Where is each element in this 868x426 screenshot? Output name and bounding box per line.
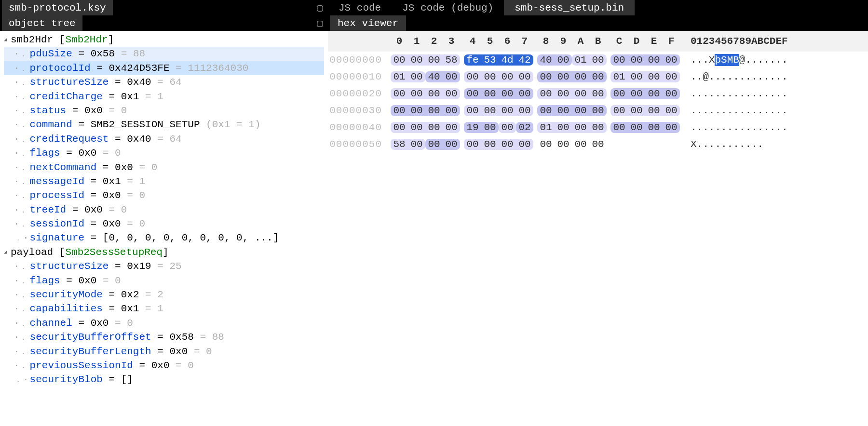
hex-byte[interactable]: 00 <box>589 71 607 82</box>
tab-object-tree[interactable]: object tree <box>2 15 82 31</box>
hex-row[interactable]: 0000001001004000000000000000000001000000… <box>328 68 868 85</box>
hex-byte[interactable]: 00 <box>537 105 555 116</box>
hex-byte[interactable]: 00 <box>645 88 663 99</box>
hex-byte[interactable]: 00 <box>443 122 460 133</box>
hex-byte[interactable]: 00 <box>537 139 555 150</box>
hex-byte[interactable]: 40 <box>425 71 443 82</box>
hex-byte[interactable]: 00 <box>481 139 499 150</box>
hex-byte[interactable]: 01 <box>572 54 589 66</box>
hex-byte[interactable]: 00 <box>589 122 607 133</box>
hex-byte[interactable]: 01 <box>610 71 628 82</box>
hex-byte[interactable]: 00 <box>589 54 607 66</box>
ascii-column[interactable]: X........... <box>691 139 763 150</box>
hex-byte[interactable]: 00 <box>425 105 443 116</box>
hex-byte[interactable]: 00 <box>408 139 425 150</box>
hex-byte[interactable]: 00 <box>663 71 680 82</box>
hex-byte[interactable]: 00 <box>516 71 533 82</box>
hex-byte[interactable] <box>663 139 680 150</box>
tree-row[interactable]: ·﹒pduSize = 0x58 = 88 <box>4 47 324 61</box>
hex-byte[interactable]: 00 <box>408 105 425 116</box>
hex-byte[interactable]: 00 <box>628 122 645 133</box>
hex-byte[interactable]: 00 <box>537 71 555 82</box>
hex-byte[interactable]: 00 <box>425 139 443 150</box>
hex-byte[interactable]: 00 <box>663 88 680 99</box>
hex-byte[interactable]: 00 <box>645 122 663 133</box>
tree-row[interactable]: ·﹒protocolId = 0x424D53FE = 1112364030 <box>4 61 324 75</box>
hex-byte[interactable]: 00 <box>610 88 628 99</box>
tab-maximize-icon[interactable]: ▢ <box>312 17 328 29</box>
hex-byte[interactable]: 00 <box>443 139 460 150</box>
hex-byte[interactable]: 00 <box>555 54 572 66</box>
hex-byte[interactable]: 00 <box>391 122 408 133</box>
tree-row[interactable]: ◢payload [Smb2SessSetupReq] <box>4 245 324 259</box>
hex-byte[interactable]: 00 <box>663 54 680 66</box>
hex-byte[interactable]: 00 <box>499 139 516 150</box>
hex-byte[interactable]: 58 <box>443 54 460 66</box>
hex-byte[interactable]: 00 <box>481 105 499 116</box>
hex-byte[interactable]: 00 <box>628 71 645 82</box>
hex-byte[interactable]: 00 <box>589 88 607 99</box>
hex-row[interactable]: 00000050580000000000000000000000X.......… <box>328 136 868 153</box>
tree-row[interactable]: ·﹒securityBufferOffset = 0x58 = 88 <box>4 330 324 344</box>
hex-byte[interactable]: 00 <box>464 105 481 116</box>
hex-byte[interactable]: 00 <box>628 105 645 116</box>
tree-row[interactable]: ·﹒flags = 0x0 = 0 <box>4 146 324 160</box>
hex-byte[interactable]: 01 <box>537 122 555 133</box>
tree-row[interactable]: ·﹒sessionId = 0x0 = 0 <box>4 217 324 231</box>
hex-byte[interactable]: 00 <box>464 88 481 99</box>
hex-byte[interactable]: 00 <box>572 122 589 133</box>
ascii-column[interactable]: ...XþSMB@....... <box>691 54 788 66</box>
hex-byte[interactable]: 00 <box>572 105 589 116</box>
hex-byte[interactable]: 00 <box>408 122 425 133</box>
tree-row[interactable]: ﹒·securityBlob = [] <box>4 373 324 386</box>
hex-byte[interactable]: 00 <box>425 54 443 66</box>
hex-byte[interactable]: 00 <box>499 88 516 99</box>
hex-byte[interactable] <box>610 139 628 150</box>
tree-row[interactable]: ·﹒structureSize = 0x40 = 64 <box>4 75 324 89</box>
tree-row[interactable]: ·﹒nextCommand = 0x0 = 0 <box>4 160 324 174</box>
tree-row[interactable]: ·﹒capabilities = 0x1 = 1 <box>4 302 324 316</box>
tab-js-code[interactable]: JS code <box>328 0 392 15</box>
tree-row[interactable]: ·﹒status = 0x0 = 0 <box>4 104 324 118</box>
hex-byte[interactable]: 00 <box>555 105 572 116</box>
tree-row[interactable]: ·﹒treeId = 0x0 = 0 <box>4 203 324 217</box>
hex-byte[interactable]: 4d <box>499 54 516 66</box>
tree-row[interactable]: ·﹒previousSessionId = 0x0 = 0 <box>4 359 324 373</box>
tree-row[interactable]: ·﹒processId = 0x0 = 0 <box>4 188 324 202</box>
hex-row[interactable]: 0000002000000000000000000000000000000000… <box>328 85 868 102</box>
hex-byte[interactable]: 00 <box>628 88 645 99</box>
ascii-column[interactable]: ................ <box>691 105 788 116</box>
tree-row[interactable]: ·﹒securityBufferLength = 0x0 = 0 <box>4 345 324 359</box>
hex-byte[interactable]: 00 <box>572 71 589 82</box>
hex-byte[interactable]: 00 <box>391 105 408 116</box>
tab-smb-sess-setup-bin[interactable]: smb-sess_setup.bin <box>504 0 635 15</box>
hex-row[interactable]: 0000003000000000000000000000000000000000… <box>328 102 868 119</box>
hex-byte[interactable]: 00 <box>628 54 645 66</box>
hex-byte[interactable]: 00 <box>572 88 589 99</box>
hex-byte[interactable]: 00 <box>645 105 663 116</box>
hex-byte[interactable]: 00 <box>537 88 555 99</box>
tab-ksy-file[interactable]: smb-protocol.ksy <box>2 0 113 15</box>
hex-byte[interactable]: 00 <box>555 71 572 82</box>
hex-byte[interactable]: 00 <box>610 105 628 116</box>
hex-byte[interactable]: 00 <box>408 88 425 99</box>
hex-byte[interactable]: 00 <box>408 54 425 66</box>
hex-byte[interactable]: 00 <box>572 139 589 150</box>
tree-row[interactable]: ·﹒creditCharge = 0x1 = 1 <box>4 90 324 104</box>
hex-row[interactable]: 0000004000000000190000020100000000000000… <box>328 119 868 136</box>
hex-byte[interactable]: 00 <box>425 122 443 133</box>
tree-row[interactable]: ﹒·signature = [0, 0, 0, 0, 0, 0, 0, 0, .… <box>4 231 324 245</box>
hex-byte[interactable]: 00 <box>610 54 628 66</box>
hex-byte[interactable]: 00 <box>481 122 499 133</box>
tree-row[interactable]: ·﹒creditRequest = 0x40 = 64 <box>4 132 324 146</box>
hex-byte[interactable]: 00 <box>663 105 680 116</box>
hex-byte[interactable]: 00 <box>391 88 408 99</box>
hex-body[interactable]: 0000000000000058fe534d424000010000000000… <box>328 52 868 426</box>
tree-row[interactable]: ·﹒flags = 0x0 = 0 <box>4 274 324 288</box>
hex-byte[interactable]: 00 <box>555 88 572 99</box>
hex-byte[interactable]: 00 <box>555 139 572 150</box>
tree-row[interactable]: ·﹒securityMode = 0x2 = 2 <box>4 288 324 302</box>
tab-js-code-debug-[interactable]: JS code (debug) <box>392 0 504 15</box>
object-tree[interactable]: ◢smb2Hdr [Smb2Hdr]·﹒pduSize = 0x58 = 88·… <box>0 31 328 426</box>
tree-row[interactable]: ◢smb2Hdr [Smb2Hdr] <box>4 33 324 47</box>
